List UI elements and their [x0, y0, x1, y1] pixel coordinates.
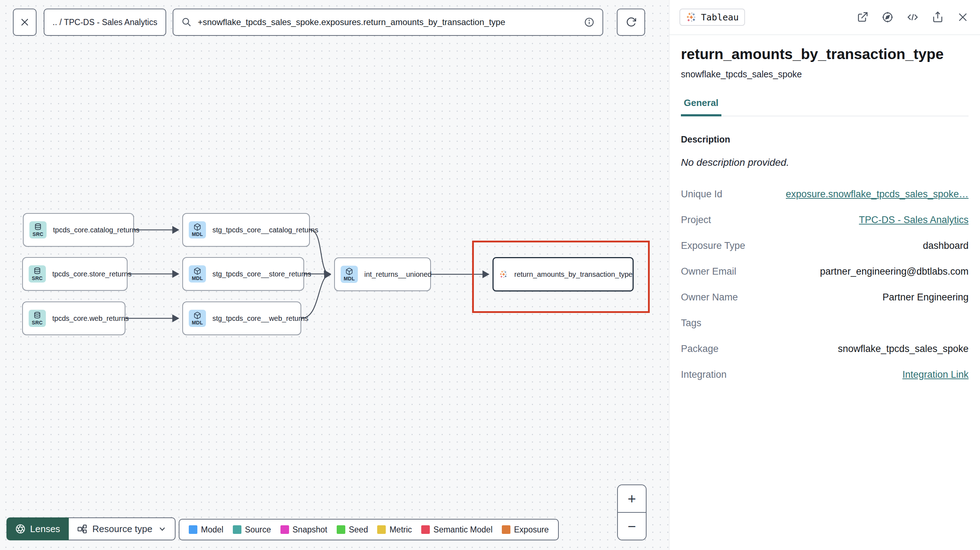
- tableau-icon: [686, 12, 697, 22]
- page-title: return_amounts_by_transaction_type: [681, 46, 969, 63]
- legend-item: Model: [189, 525, 224, 535]
- description-heading: Description: [681, 134, 969, 145]
- tab-bar: General: [681, 97, 969, 116]
- code-icon: [906, 11, 919, 23]
- zoom-controls: + −: [617, 485, 646, 540]
- field-row-tags: Tags: [681, 310, 969, 336]
- share-icon: [932, 11, 944, 23]
- field-row-owner-name: Owner Name Partner Engineering: [681, 284, 969, 310]
- chevron-down-icon: [158, 524, 167, 534]
- model-icon: MDL: [189, 221, 206, 238]
- legend-item: Exposure: [502, 525, 549, 535]
- node-model-int-returns-unioned[interactable]: MDL int_returns__unioned: [334, 258, 431, 291]
- legend-item: Seed: [337, 525, 368, 535]
- node-label: tpcds_core.catalog_returns: [53, 226, 139, 234]
- search-bar[interactable]: +snowflake_tpcds_sales_spoke.exposures.r…: [173, 9, 603, 36]
- legend-item: Semantic Model: [421, 525, 493, 535]
- resource-type-dropdown[interactable]: Resource type: [69, 517, 175, 540]
- refresh-icon: [625, 16, 637, 28]
- node-label: tpcds_core.web_returns: [52, 315, 129, 323]
- field-row-package: Package snowflake_tpcds_sales_spoke: [681, 336, 969, 362]
- legend-swatch: [337, 525, 345, 534]
- model-icon: MDL: [189, 265, 206, 283]
- aperture-icon: [15, 523, 26, 534]
- field-rows: Unique Id exposure.snowflake_tpcds_sales…: [681, 181, 969, 388]
- legend-swatch: [377, 525, 386, 534]
- unique-id-link[interactable]: exposure.snowflake_tpcds_sales_spoke…: [786, 189, 969, 200]
- resource-legend: Model Source Snapshot Seed Metric Semant…: [179, 519, 559, 540]
- tableau-badge: Tableau: [679, 9, 745, 26]
- node-label: tpcds_core.store_returns: [52, 270, 132, 278]
- description-value: No description provided.: [681, 157, 969, 168]
- tab-general[interactable]: General: [681, 97, 721, 116]
- project-link[interactable]: TPC-DS - Sales Analytics: [859, 215, 969, 226]
- view-code-button[interactable]: [905, 10, 920, 24]
- legend-item: Source: [233, 525, 271, 535]
- dbt-lineage-explorer: .. / TPC-DS - Sales Analytics +snowflake…: [0, 0, 980, 550]
- close-icon: [19, 17, 30, 27]
- node-exposure-return-amounts[interactable]: return_amounts_by_transaction_type: [493, 257, 634, 291]
- node-label: return_amounts_by_transaction_type: [514, 270, 633, 278]
- compass-icon: [881, 11, 894, 23]
- node-source-web-returns[interactable]: SRC tpcds_core.web_returns: [22, 302, 126, 335]
- node-label: stg_tpcds_core__catalog_returns: [212, 226, 318, 234]
- info-icon[interactable]: [584, 17, 595, 27]
- integration-link[interactable]: Integration Link: [902, 369, 969, 380]
- tableau-badge-label: Tableau: [701, 12, 738, 22]
- tableau-icon: [499, 266, 508, 283]
- field-row-unique-id: Unique Id exposure.snowflake_tpcds_sales…: [681, 181, 969, 207]
- node-model-stg-catalog-returns[interactable]: MDL stg_tpcds_core__catalog_returns: [182, 213, 310, 247]
- node-label: stg_tpcds_core__store_returns: [212, 270, 311, 278]
- node-model-stg-web-returns[interactable]: MDL stg_tpcds_core__web_returns: [182, 302, 301, 335]
- source-icon: SRC: [29, 221, 46, 238]
- explore-lineage-button[interactable]: [880, 10, 895, 24]
- field-row-project: Project TPC-DS - Sales Analytics: [681, 207, 969, 233]
- details-panel: Tableau return_am: [669, 0, 980, 550]
- search-input[interactable]: +snowflake_tpcds_sales_spoke.exposures.r…: [198, 17, 578, 27]
- close-lineage-button[interactable]: [13, 9, 37, 36]
- field-row-owner-email: Owner Email partner_engineering@dbtlabs.…: [681, 259, 969, 284]
- package-subtitle: snowflake_tpcds_sales_spoke: [681, 69, 969, 79]
- field-row-exposure-type: Exposure Type dashboard: [681, 233, 969, 259]
- source-icon: SRC: [29, 310, 46, 327]
- legend-swatch: [189, 525, 197, 534]
- lenses-button[interactable]: Lenses: [6, 517, 69, 540]
- node-source-catalog-returns[interactable]: SRC tpcds_core.catalog_returns: [23, 213, 134, 247]
- node-source-store-returns[interactable]: SRC tpcds_core.store_returns: [22, 257, 127, 291]
- legend-swatch: [280, 525, 289, 534]
- legend-swatch: [502, 525, 511, 534]
- zoom-in-button[interactable]: +: [618, 485, 646, 513]
- node-label: stg_tpcds_core__web_returns: [212, 315, 309, 323]
- legend-swatch: [233, 525, 242, 534]
- model-icon: MDL: [340, 266, 358, 283]
- close-panel-button[interactable]: [956, 10, 970, 24]
- breadcrumb[interactable]: .. / TPC-DS - Sales Analytics: [44, 9, 166, 36]
- resource-type-label: Resource type: [92, 523, 153, 535]
- zoom-out-button[interactable]: −: [618, 513, 646, 540]
- external-link-icon: [856, 11, 869, 23]
- legend-item: Metric: [377, 525, 412, 535]
- field-row-integration: Integration Integration Link: [681, 362, 969, 388]
- resource-type-icon: [76, 523, 88, 534]
- breadcrumb-label: .. / TPC-DS - Sales Analytics: [52, 17, 157, 27]
- node-model-stg-store-returns[interactable]: MDL stg_tpcds_core__store_returns: [182, 257, 304, 291]
- lineage-canvas[interactable]: .. / TPC-DS - Sales Analytics +snowflake…: [0, 0, 669, 550]
- refresh-button[interactable]: [617, 9, 645, 36]
- legend-swatch: [421, 525, 430, 534]
- source-icon: SRC: [29, 265, 46, 283]
- lens-controls: Lenses Resource type: [6, 517, 175, 540]
- legend-item: Snapshot: [280, 525, 328, 535]
- close-icon: [957, 11, 969, 23]
- open-external-button[interactable]: [855, 10, 870, 24]
- search-icon: [181, 17, 192, 27]
- share-button[interactable]: [931, 10, 945, 24]
- panel-header: Tableau: [670, 0, 980, 35]
- model-icon: MDL: [189, 310, 206, 327]
- lenses-label: Lenses: [30, 523, 60, 535]
- node-label: int_returns__unioned: [364, 270, 432, 278]
